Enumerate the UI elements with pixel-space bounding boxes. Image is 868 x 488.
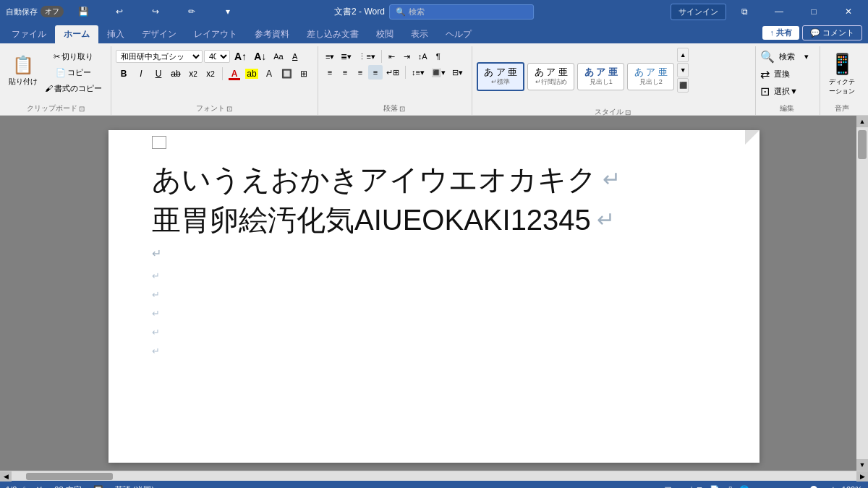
redo-button[interactable]: ↪ [139,0,172,23]
align-right-button[interactable]: ≡ [353,65,367,80]
line-spacing-button[interactable]: ↕≡▾ [409,65,427,80]
italic-button[interactable]: I [133,66,149,82]
horizontal-scroll-thumb[interactable] [26,473,113,480]
horizontal-scroll-track [12,471,856,481]
paste-button[interactable]: 📋 貼り付け [6,46,41,95]
tab-home[interactable]: ホーム [55,25,98,43]
signin-button[interactable]: サインイン [671,4,726,20]
line-break-button[interactable]: ↵⊞ [383,65,402,80]
scroll-left-button[interactable]: ◀ [0,471,12,481]
superscript-button[interactable]: x2 [203,66,218,82]
scroll-down-button[interactable]: ▼ [856,459,868,471]
share-button[interactable]: ↑ 共有 [762,26,799,40]
scroll-up-button[interactable]: ▲ [856,116,868,127]
underline-button[interactable]: U [150,66,166,82]
maximize-button[interactable]: □ [797,0,830,23]
scroll-thumb[interactable] [858,130,867,159]
subscript-button[interactable]: x2 [185,66,201,82]
title-search-box[interactable]: 🔍 検索 [389,4,534,20]
pen-button[interactable]: ✏ [175,0,208,23]
font-color-button[interactable]: A [226,66,242,82]
style-card-h2[interactable]: あ ア 亜 見出し2 [627,63,674,91]
highlight-button[interactable]: ab [244,66,260,82]
style-card-compact[interactable]: あ ア 亜 ↵行間詰め [527,63,574,91]
document-page[interactable]: あいうえおかきアイウエオカキク ↵ 亜胃卵絵汚化気AIUEOKAKI12345 … [109,130,760,463]
font-size-select[interactable]: 40 [204,50,230,63]
titlebar-center: 文書2 - Word 🔍 検索 [334,4,534,20]
increase-indent-button[interactable]: ⇥ [400,49,414,64]
print-layout-icon[interactable]: 🖨 [726,485,733,488]
font-name-select[interactable]: 和田研中丸ゴシッ [116,50,203,63]
bold-button[interactable]: B [116,66,132,82]
font-expand-icon[interactable]: ⊡ [226,105,232,113]
minimize-button[interactable]: — [762,0,796,23]
tab-help[interactable]: ヘルプ [437,25,480,43]
tab-file[interactable]: ファイル [3,25,55,43]
empty-pilcrow-2: ↵ [152,270,160,281]
numbered-list-button[interactable]: ≣▾ [338,49,354,64]
scroll-right-button[interactable]: ▶ [856,471,868,481]
web-layout-icon[interactable]: 🌐 [739,485,749,489]
zoom-plus-button[interactable]: + [830,484,836,488]
undo-button[interactable]: ↩ [103,0,136,23]
tab-layout[interactable]: レイアウト [185,25,246,43]
tab-design[interactable]: デザイン [133,25,185,43]
zoom-minus-button[interactable]: – [755,484,761,488]
styles-expand-icon[interactable]: ⊡ [625,108,631,116]
clipboard-expand-icon[interactable]: ⊡ [79,105,85,113]
search-dropdown[interactable]: ▾ [799,49,814,64]
align-center-button[interactable]: ≡ [338,65,352,80]
justify-button[interactable]: ≡ [368,65,383,80]
copy-button[interactable]: 📄 コピー [42,65,105,80]
border-button[interactable]: ⊟▾ [449,65,466,80]
titlebar-right: サインイン ⧉ — □ ✕ [671,0,868,23]
show-marks-button[interactable]: ¶ [431,49,446,64]
dictation-icon: 📱 [830,52,855,76]
dictation-button[interactable]: 📱 ディクテーション [825,49,859,98]
shading2-button[interactable]: 🔳▾ [428,65,448,80]
autosave-toggle[interactable]: 自動保存 オフ [6,6,64,17]
multilevel-list-button[interactable]: ⋮≡▾ [355,49,378,64]
customize-button[interactable]: ▾ [211,0,244,23]
style-card-normal[interactable]: あ ア 亜 ↵標準 [477,62,524,92]
horizontal-scrollbar[interactable]: ◀ ▶ [0,471,868,481]
clear-format-button[interactable]: A [288,49,302,64]
format-painter-button[interactable]: 🖌 書式のコピー [42,81,105,95]
cut-button[interactable]: ✂ 切り取り [42,49,105,64]
tab-view[interactable]: 表示 [402,25,437,43]
empty-pilcrow-6: ↵ [152,346,160,356]
case-button[interactable]: Aa [271,49,286,64]
styles-scroll-up[interactable]: ▲ [677,48,689,62]
styles-scroll-down[interactable]: ▼ [677,63,689,77]
align-left-button[interactable]: ≡ [323,65,337,80]
text-effects-button[interactable]: A [261,66,277,82]
paragraph-expand-icon[interactable]: ⊡ [399,105,405,113]
select-button[interactable]: 選択▼ [771,84,801,98]
comment-button[interactable]: 💬 コメント [802,25,862,40]
tab-review[interactable]: 校閲 [367,25,402,43]
bullet-list-button[interactable]: ≡▾ [323,49,337,64]
shading-button[interactable]: 🔲 [278,66,294,82]
borders-button[interactable]: ⊞ [296,66,312,82]
close-button[interactable]: ✕ [832,0,865,23]
replace-button[interactable]: 置換 [771,67,793,81]
style-preview-h1: あ ア 亜 [584,67,618,78]
grow-font-button[interactable]: A↑ [231,49,250,64]
tab-references[interactable]: 参考資料 [246,25,298,43]
decrease-indent-button[interactable]: ⇤ [385,49,399,64]
save-button[interactable]: 💾 [67,0,100,23]
tab-insert[interactable]: 挿入 [98,25,133,43]
search-button[interactable]: 検索 [776,49,798,64]
style-card-h1[interactable]: あ ア 亜 見出し1 [577,63,624,91]
sort-button[interactable]: ↕A [415,49,430,64]
shrink-font-button[interactable]: A↓ [251,49,269,64]
strikethrough-button[interactable]: ab [168,66,184,82]
focus-label[interactable]: フォーカス [664,484,704,489]
restore-button[interactable]: ⧉ [728,0,761,23]
tab-mailings[interactable]: 差し込み文書 [298,25,367,43]
vertical-scrollbar[interactable]: ▲ ▼ [856,116,868,471]
paste-label: 貼り付け [9,77,38,87]
read-mode-icon[interactable]: 📄 [710,485,720,489]
autosave-state[interactable]: オフ [41,6,64,17]
styles-expand-button[interactable]: ⬛ [677,78,689,93]
